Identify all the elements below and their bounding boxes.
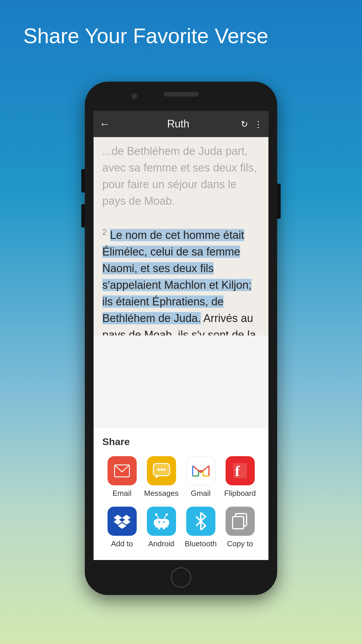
dropbox-icon	[108, 507, 137, 536]
share-bluetooth[interactable]: Bluetooth	[183, 507, 218, 548]
volume-button-down	[81, 204, 85, 228]
share-title: Share	[102, 436, 260, 447]
phone-screen: ← Ruth ↻ ⋮ ...de Bethléhem de Juda part,…	[94, 111, 268, 566]
email-icon	[108, 456, 137, 485]
svg-text:f: f	[235, 463, 240, 479]
svg-point-6	[163, 468, 166, 471]
phone-camera	[131, 93, 137, 99]
copy-label: Copy to	[227, 539, 253, 548]
phone-speaker	[164, 92, 198, 97]
email-label: Email	[113, 489, 131, 498]
gmail-icon	[186, 456, 215, 485]
power-button	[277, 184, 281, 219]
share-panel: Share Email	[94, 427, 268, 566]
copy-icon	[226, 507, 255, 536]
svg-rect-23	[167, 520, 169, 525]
messages-icon	[147, 456, 176, 485]
dropbox-label: Add to	[111, 539, 133, 548]
toolbar-icons: ↻ ⋮	[241, 119, 263, 129]
share-android[interactable]: Android	[144, 507, 179, 548]
app-toolbar: ← Ruth ↻ ⋮	[94, 111, 268, 137]
page-title: Share Your Favorite Verse	[23, 23, 339, 48]
android-icon	[147, 507, 176, 536]
svg-point-31	[163, 521, 165, 523]
svg-point-30	[158, 521, 160, 523]
bible-content: ...de Bethléhem de Juda part, avec sa fe…	[94, 137, 268, 335]
back-button[interactable]: ←	[99, 118, 110, 130]
svg-point-29	[166, 513, 168, 516]
more-options-icon[interactable]: ⋮	[254, 119, 263, 129]
refresh-icon[interactable]: ↻	[241, 119, 248, 129]
verse-2-highlighted-text: Le nom de cet homme était Élimélec, celu…	[102, 229, 252, 324]
toolbar-title: Ruth	[116, 118, 241, 130]
verse-2-number: 2	[102, 228, 107, 237]
flipboard-label: Flipboard	[224, 489, 256, 498]
bluetooth-label: Bluetooth	[185, 539, 217, 548]
android-label: Android	[148, 539, 175, 548]
svg-rect-21	[155, 519, 168, 528]
share-row-2: Add to	[102, 507, 260, 548]
phone-bottom-bar	[85, 560, 277, 595]
share-dropbox[interactable]: Add to	[105, 507, 140, 548]
share-row-1: Email	[102, 456, 260, 498]
phone-mockup: ← Ruth ↻ ⋮ ...de Bethléhem de Juda part,…	[85, 82, 277, 595]
svg-rect-33	[233, 517, 244, 529]
svg-point-4	[157, 468, 160, 471]
verse-partial-text: ...de Bethléhem de Juda part, avec sa fe…	[102, 145, 257, 207]
svg-rect-25	[163, 525, 165, 529]
bluetooth-icon	[186, 507, 215, 536]
svg-rect-24	[158, 525, 160, 529]
svg-marker-3	[155, 476, 160, 479]
svg-rect-22	[154, 520, 156, 525]
phone-body: ← Ruth ↻ ⋮ ...de Bethléhem de Juda part,…	[85, 82, 277, 595]
share-gmail[interactable]: Gmail	[183, 456, 218, 498]
share-messages[interactable]: Messages	[144, 456, 179, 498]
gmail-label: Gmail	[191, 489, 211, 498]
home-button[interactable]	[171, 567, 191, 588]
messages-label: Messages	[144, 489, 179, 498]
svg-point-5	[160, 468, 163, 471]
share-email[interactable]: Email	[105, 456, 140, 498]
share-flipboard[interactable]: f Flipboard	[223, 456, 258, 498]
share-copy[interactable]: Copy to	[223, 507, 258, 548]
flipboard-icon: f	[226, 456, 255, 485]
svg-point-28	[155, 513, 157, 516]
volume-button-up	[81, 169, 85, 192]
